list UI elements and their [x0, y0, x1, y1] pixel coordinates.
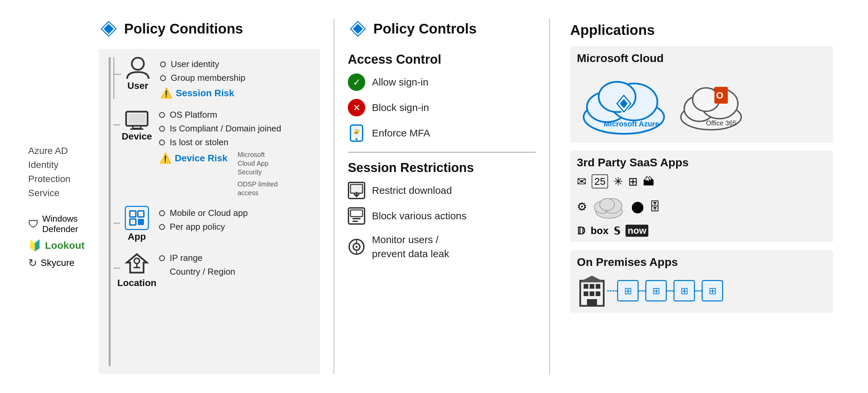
- app-icon: [125, 206, 149, 230]
- svg-rect-62: [587, 299, 597, 306]
- s-app-icon: 𝕊: [614, 225, 620, 237]
- circle-bullet: [159, 139, 165, 145]
- enforce-mfa-label: Enforce MFA: [372, 127, 430, 139]
- svg-point-33: [355, 246, 358, 248]
- policy-conditions-title: Policy Conditions: [124, 21, 243, 37]
- mobile-cloud-app-item: Mobile or Cloud app: [159, 208, 310, 218]
- svg-rect-5: [128, 114, 146, 124]
- enforce-mfa-item: 🔐 Enforce MFA: [348, 124, 536, 142]
- policy-conditions-section: Policy Conditions: [99, 19, 320, 374]
- lookout-item: 🔰 Lookout: [28, 239, 89, 252]
- user-identity-label: User identity: [171, 59, 219, 69]
- policy-controls-section: Policy Controls Access Control ✓ Allow s…: [348, 19, 536, 374]
- svg-point-21: [355, 138, 358, 140]
- location-horiz-line: [113, 268, 120, 269]
- device-annotations: MicrosoftCloud AppSecurity ODSP limiteda…: [238, 150, 278, 197]
- policy-conditions-header: Policy Conditions: [99, 19, 320, 39]
- mobile-cloud-app-label: Mobile or Cloud app: [170, 208, 248, 218]
- location-icon: [123, 251, 150, 277]
- session-risk-item: ⚠️ Session Risk: [160, 87, 310, 99]
- box-app-icon: box: [591, 225, 609, 236]
- saas-apps-section: 3rd Party SaaS Apps ✉ 25 ✳ ⊞ 🏔 ⚙: [570, 151, 833, 242]
- user-connector-h: [113, 57, 114, 99]
- compliant-label: Is Compliant / Domain joined: [170, 123, 281, 134]
- office365-cloud-container: O Office 365: [678, 77, 745, 130]
- svg-text:O: O: [716, 90, 723, 101]
- saas-cloud-center: [592, 193, 626, 220]
- circle-bullet: [159, 112, 165, 118]
- app-horiz-line: [113, 223, 120, 224]
- policy-controls-header: Policy Controls: [348, 19, 536, 39]
- block-actions-icon: [348, 207, 365, 225]
- office365-cloud-svg: O Office 365: [678, 77, 745, 130]
- building-icon: [577, 274, 607, 307]
- device-icon: [123, 108, 150, 131]
- svg-rect-28: [350, 210, 363, 217]
- device-group: Device OS Platform Is Compliant / Domain…: [113, 108, 310, 197]
- policy-controls-title: Policy Controls: [373, 21, 476, 37]
- location-group: Location IP range Country / Region: [113, 251, 310, 288]
- svg-marker-63: [579, 275, 606, 282]
- app-icon-col: App: [120, 206, 154, 242]
- asterisk-app-icon: ✳: [614, 175, 623, 188]
- warning-icon: ⚠️: [160, 87, 173, 99]
- calendar-app-icon: 25: [592, 174, 608, 189]
- svg-text:Office 365: Office 365: [706, 119, 737, 127]
- restrict-download-icon: [348, 182, 365, 199]
- lost-stolen-item: Is lost or stolen: [159, 137, 310, 148]
- cloud-visuals: Microsoft Azure O Office 365: [577, 70, 827, 137]
- svg-rect-57: [590, 284, 594, 289]
- on-premises-title: On Premises Apps: [577, 256, 827, 269]
- session-restrictions-section: Session Restrictions Restrict download: [348, 161, 536, 261]
- dash-4: [695, 290, 702, 291]
- saas-content: ✉ 25 ✳ ⊞ 🏔 ⚙: [577, 174, 827, 237]
- user-identity-item: User identity: [160, 59, 310, 69]
- device-items: OS Platform Is Compliant / Domain joined…: [154, 110, 310, 197]
- azure-ad-label: Azure ADIdentityProtectionService: [28, 144, 89, 200]
- divider-1: [333, 19, 334, 374]
- azure-cloud-svg: Microsoft Azure: [577, 70, 671, 137]
- app-items: Mobile or Cloud app Per app policy: [154, 208, 310, 232]
- monitor-icon-container: [348, 238, 365, 256]
- group-membership-item: Group membership: [160, 73, 310, 83]
- user-icon: [124, 57, 151, 80]
- windows-defender-label: WindowsDefender: [42, 214, 78, 234]
- microsoft-cloud-title: Microsoft Cloud: [577, 52, 827, 65]
- app-squares-icon: [129, 210, 145, 226]
- circle-bullet: [159, 126, 165, 132]
- block-signin-label: Block sign-in: [372, 102, 429, 113]
- dash-1: [607, 290, 617, 291]
- saas-row-3: 𝔻 box 𝕊 now: [577, 225, 661, 237]
- svg-rect-8: [130, 211, 136, 217]
- on-premises-section: On Premises Apps ⊞: [570, 250, 833, 313]
- app-group: App Mobile or Cloud app Per app policy: [113, 206, 310, 242]
- svg-rect-59: [584, 291, 588, 296]
- ip-range-item: IP range: [159, 253, 310, 263]
- skycure-item: ↻ Skycure: [28, 257, 89, 269]
- svg-point-13: [134, 258, 140, 264]
- defender-items: 🛡 WindowsDefender 🔰 Lookout ↻ Skycure: [28, 214, 89, 269]
- device-label: Device: [122, 131, 152, 142]
- svg-point-39: [599, 82, 636, 112]
- proxy-box-2: ⊞: [645, 280, 667, 301]
- monitor-users-label: Monitor users /prevent data leak: [372, 233, 449, 261]
- svg-point-3: [132, 58, 144, 70]
- svg-rect-9: [138, 211, 144, 217]
- session-risk-label: Session Risk: [176, 88, 234, 99]
- user-items: User identity Group membership ⚠️ Sessio…: [155, 59, 310, 99]
- allow-icon: ✓: [348, 73, 365, 91]
- policy-conditions-panel: User User identity Group membership: [99, 49, 320, 374]
- divider-2: [549, 19, 550, 374]
- compliant-item: Is Compliant / Domain joined: [159, 123, 310, 134]
- restrict-download-label: Restrict download: [372, 185, 452, 196]
- location-items: IP range Country / Region: [154, 253, 310, 277]
- device-risk-row: ⚠️ Device Risk MicrosoftCloud AppSecurit…: [159, 150, 310, 197]
- lost-stolen-label: Is lost or stolen: [170, 137, 228, 148]
- svg-text:Microsoft Azure: Microsoft Azure: [604, 120, 659, 128]
- applications-section: Applications Microsoft Cloud: [563, 19, 840, 374]
- controls-content: Access Control ✓ Allow sign-in ✕ Block s…: [348, 49, 536, 374]
- access-control-section: Access Control ✓ Allow sign-in ✕ Block s…: [348, 52, 536, 142]
- saas-row-2: ⚙ ⬤ 🗄: [577, 193, 661, 220]
- monitor-users-item: Monitor users /prevent data leak: [348, 233, 536, 261]
- left-sidebar: Azure ADIdentityProtectionService 🛡 Wind…: [28, 19, 89, 374]
